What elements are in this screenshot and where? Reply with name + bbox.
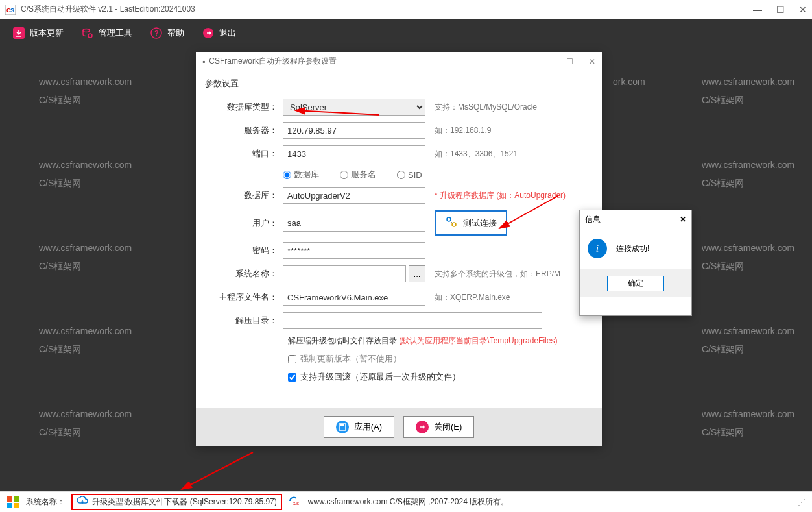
cloud-download-icon: [77, 496, 88, 507]
dialog-footer: 应用(A) 关闭(E): [196, 408, 602, 446]
radio-sid[interactable]: SID: [397, 170, 427, 180]
dialog-maximize-button[interactable]: ☐: [566, 57, 573, 66]
svg-rect-17: [14, 496, 19, 502]
settings-dialog: ▪ CSFramework自动升级程序参数设置 — ☐ ✕ 参数设置 数据库类型…: [196, 52, 602, 446]
dialog-minimize-button[interactable]: —: [543, 57, 551, 66]
section-title: 参数设置: [205, 78, 593, 90]
save-icon: [336, 421, 349, 433]
port-hint: 如：1433、3306、1521: [435, 149, 518, 160]
unzip-note: 解压缩升级包临时文件存放目录 (默认为应用程序当前目录\TempUpgradeF…: [288, 335, 593, 347]
menu-help[interactable]: ? 帮助: [150, 27, 184, 39]
unzip-dir-input[interactable]: [283, 312, 542, 329]
exit-icon: [416, 421, 429, 433]
port-input[interactable]: [283, 145, 425, 162]
database-input[interactable]: [283, 187, 425, 204]
main-exe-input[interactable]: [283, 289, 425, 306]
msgbox-title-text: 信息: [585, 214, 601, 225]
password-label: 密码：: [205, 245, 283, 256]
svg-line-15: [182, 452, 253, 489]
watermark: ork.com: [613, 73, 645, 91]
user-input[interactable]: [283, 215, 425, 232]
svg-text:?: ?: [154, 29, 159, 37]
main-exe-label: 主程序文件名：: [205, 291, 283, 303]
dialog-icon: ▪: [202, 57, 205, 66]
help-icon: ?: [150, 27, 162, 39]
msgbox-titlebar: 信息 ✕: [580, 210, 691, 228]
system-name-input[interactable]: [283, 265, 406, 282]
svg-rect-18: [7, 503, 12, 508]
gear-network-icon: [445, 215, 458, 230]
dialog-close-button[interactable]: ✕: [589, 57, 595, 66]
radio-database[interactable]: 数据库: [283, 169, 324, 180]
msgbox-text: 连接成功!: [616, 243, 649, 254]
dialog-titlebar: ▪ CSFramework自动升级程序参数设置 — ☐ ✕: [196, 52, 602, 71]
svg-text:S: S: [10, 7, 14, 14]
status-system-name-label: 系统名称：: [26, 496, 65, 507]
svg-point-5: [88, 34, 92, 38]
main-exe-hint: 如：XQERP.Main.exe: [435, 292, 510, 303]
close-dialog-button[interactable]: 关闭(E): [403, 416, 474, 438]
menu-manage-tools[interactable]: 管理工具: [82, 27, 132, 39]
minimize-button[interactable]: —: [753, 5, 762, 15]
windows-logo-icon: [6, 496, 19, 509]
system-name-browse-button[interactable]: ...: [409, 265, 425, 282]
db-type-select[interactable]: SqlServer: [283, 99, 425, 116]
info-messagebox: 信息 ✕ i 连接成功! 确定: [579, 210, 692, 316]
svg-rect-16: [7, 496, 12, 502]
svg-text:C/S: C/S: [293, 502, 299, 506]
window-titlebar: CS C/S系统自动升级软件 v2.1 - LastEdition:202410…: [0, 0, 812, 19]
database-hint: * 升级程序数据库 (如：AutoUpgrader): [435, 190, 566, 201]
status-copyright: www.csframework.com C/S框架网 ,2007-2024 版权…: [308, 496, 508, 507]
system-name-hint: 支持多个系统的升级包，如：ERP/M: [435, 269, 560, 280]
content-area: www.csframework.comC/S框架网 www.csframewor…: [0, 47, 812, 491]
info-icon: i: [588, 239, 607, 258]
menu-version-update[interactable]: 版本更新: [13, 27, 64, 39]
password-input[interactable]: [283, 242, 425, 259]
watermark: www.csframework.comC/S框架网: [702, 239, 794, 275]
watermark: www.csframework.comC/S框架网: [702, 73, 794, 109]
msgbox-close-button[interactable]: ✕: [680, 215, 686, 224]
radio-service-name[interactable]: 服务名: [340, 169, 381, 180]
force-update-checkbox[interactable]: [288, 355, 296, 363]
watermark: www.csframework.comC/S框架网: [702, 405, 794, 441]
rollback-checkbox-row[interactable]: 支持升级回滚（还原最后一次升级的文件）: [288, 371, 593, 383]
status-upgrade-type: 升级类型:数据库文件下载器 (SqlServer:120.79.85.97): [71, 494, 282, 510]
port-label: 端口：: [205, 148, 283, 160]
server-hint: 如：192.168.1.9: [435, 125, 491, 136]
watermark: www.csframework.comC/S框架网: [39, 405, 132, 441]
download-icon: [13, 27, 25, 39]
svg-point-4: [83, 29, 90, 32]
server-input[interactable]: [283, 122, 425, 139]
watermark: www.csframework.comC/S框架网: [39, 156, 132, 192]
watermark: www.csframework.comC/S框架网: [39, 322, 132, 358]
menu-exit[interactable]: 退出: [202, 27, 236, 39]
system-name-label: 系统名称：: [205, 268, 283, 280]
database-gear-icon: [82, 27, 93, 39]
watermark: www.csframework.comC/S框架网: [702, 322, 794, 358]
watermark: www.csframework.comC/S框架网: [39, 73, 132, 109]
database-label: 数据库：: [205, 189, 283, 201]
main-menubar: 版本更新 管理工具 ? 帮助 退出: [0, 19, 812, 47]
close-button[interactable]: ✕: [799, 5, 807, 15]
resize-grip-icon[interactable]: ⋰: [798, 498, 806, 507]
svg-rect-12: [340, 424, 344, 426]
maximize-button[interactable]: ☐: [776, 5, 785, 15]
watermark: www.csframework.comC/S框架网: [39, 239, 132, 275]
force-update-checkbox-row[interactable]: 强制更新版本（暂不使用）: [288, 353, 593, 365]
server-label: 服务器：: [205, 125, 283, 136]
annotation-arrow: [175, 449, 259, 494]
msgbox-ok-button[interactable]: 确定: [607, 276, 664, 291]
cs-logo-icon: C/S: [289, 496, 302, 508]
svg-rect-19: [14, 503, 19, 508]
window-title: C/S系统自动升级软件 v2.1 - LastEdition:20241003: [21, 4, 753, 15]
apply-button[interactable]: 应用(A): [324, 416, 394, 438]
watermark: www.csframework.comC/S框架网: [702, 156, 794, 192]
db-type-hint: 支持：MsSQL/MySQL/Oracle: [435, 102, 537, 113]
status-bar: 系统名称： 升级类型:数据库文件下载器 (SqlServer:120.79.85…: [0, 491, 812, 512]
test-connection-button[interactable]: 测试连接: [435, 210, 507, 236]
user-label: 用户：: [205, 217, 283, 229]
db-type-label: 数据库类型：: [205, 101, 283, 113]
unzip-dir-label: 解压目录：: [205, 315, 283, 326]
rollback-checkbox[interactable]: [288, 373, 296, 382]
app-icon: CS: [5, 5, 16, 15]
